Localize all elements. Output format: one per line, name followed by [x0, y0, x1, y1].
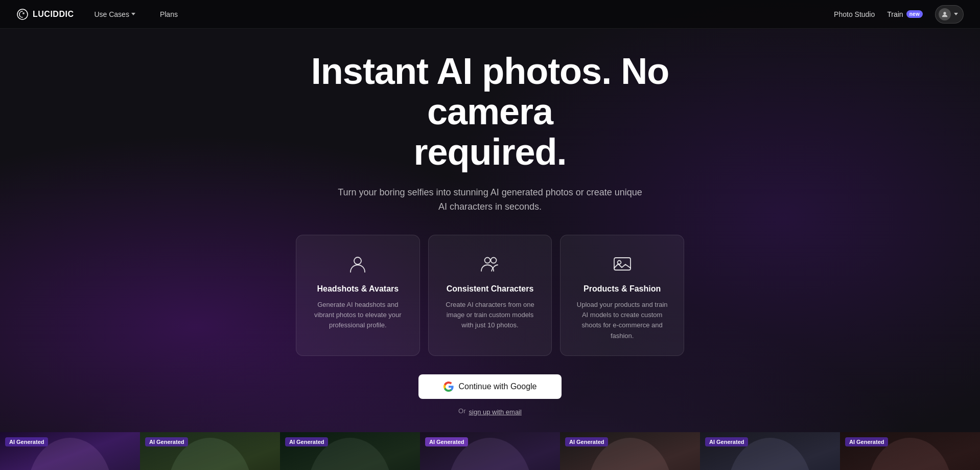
- google-signin-button[interactable]: Continue with Google: [418, 374, 562, 399]
- person-icon: [345, 252, 370, 276]
- svg-point-1: [22, 12, 25, 14]
- chevron-down-icon: [131, 13, 135, 15]
- avatar: [939, 8, 951, 20]
- train-label: Train: [887, 10, 903, 18]
- people-icon: [478, 252, 502, 276]
- user-menu-button[interactable]: [935, 5, 964, 24]
- gallery-item: AI Generated: [280, 432, 420, 470]
- gallery-badge: AI Generated: [425, 437, 468, 446]
- gallery-badge: AI Generated: [705, 437, 748, 446]
- logo-icon: [16, 8, 29, 20]
- hero-content: Instant AI photos. No camera required. T…: [286, 51, 694, 417]
- gallery-item: AI Generated: [700, 432, 840, 470]
- navbar: LUCIDDIC Use Cases Plans Photo Studio Tr…: [0, 0, 980, 29]
- new-badge: new: [906, 10, 923, 18]
- gallery-item: AI Generated: [0, 432, 140, 470]
- hero-title-line2: required.: [413, 131, 566, 172]
- hero-section: Instant AI photos. No camera required. T…: [0, 0, 980, 470]
- gallery-badge: AI Generated: [285, 437, 328, 446]
- gallery-item: AI Generated: [560, 432, 700, 470]
- card-characters[interactable]: Consistent Characters Create AI characte…: [428, 235, 552, 356]
- plans-label: Plans: [160, 10, 178, 18]
- svg-point-5: [491, 258, 497, 263]
- card-headshots[interactable]: Headshots & Avatars Generate AI headshot…: [296, 235, 420, 356]
- gallery-badge: AI Generated: [5, 437, 48, 446]
- logo-text: LUCIDDIC: [33, 10, 74, 19]
- plans-link[interactable]: Plans: [156, 7, 182, 21]
- svg-rect-6: [614, 258, 631, 270]
- or-text: Or: [458, 407, 465, 415]
- svg-point-0: [17, 9, 28, 19]
- card-headshots-desc: Generate AI headshots and vibrant photos…: [309, 300, 407, 330]
- gallery-badge: AI Generated: [845, 437, 888, 446]
- google-icon: [444, 382, 454, 392]
- logo[interactable]: LUCIDDIC: [16, 8, 74, 20]
- gallery-item: AI Generated: [420, 432, 560, 470]
- or-signup-row: Or sign up with email: [458, 407, 522, 417]
- nav-left: LUCIDDIC Use Cases Plans: [16, 7, 182, 21]
- use-cases-menu[interactable]: Use Cases: [90, 7, 139, 21]
- google-button-label: Continue with Google: [459, 382, 537, 391]
- gallery-badge: AI Generated: [145, 437, 188, 446]
- hero-title: Instant AI photos. No camera required.: [286, 51, 694, 173]
- nav-right: Photo Studio Train new: [834, 5, 964, 24]
- card-products-title: Products & Fashion: [584, 284, 661, 294]
- svg-point-4: [485, 258, 491, 263]
- gallery-badge: AI Generated: [565, 437, 608, 446]
- image-icon: [610, 252, 635, 276]
- hero-subtitle: Turn your boring selfies into stunning A…: [337, 185, 643, 215]
- card-headshots-title: Headshots & Avatars: [317, 284, 399, 294]
- gallery-item: AI Generated: [840, 432, 980, 470]
- chevron-down-icon: [954, 13, 958, 15]
- card-products[interactable]: Products & Fashion Upload your products …: [560, 235, 684, 356]
- train-button[interactable]: Train new: [887, 10, 923, 18]
- feature-cards: Headshots & Avatars Generate AI headshot…: [296, 235, 684, 356]
- gallery-row: AI Generated AI Generated AI Generated A…: [0, 432, 980, 470]
- svg-point-2: [943, 12, 946, 14]
- gallery-item: AI Generated: [140, 432, 280, 470]
- photo-studio-link[interactable]: Photo Studio: [834, 10, 875, 18]
- signup-email-link[interactable]: sign up with email: [469, 408, 522, 416]
- card-characters-title: Consistent Characters: [447, 284, 534, 294]
- svg-point-3: [354, 257, 361, 264]
- use-cases-label: Use Cases: [94, 10, 129, 18]
- card-characters-desc: Create AI characters from one image or t…: [441, 300, 540, 330]
- hero-title-line1: Instant AI photos. No camera: [311, 51, 669, 132]
- card-products-desc: Upload your products and train AI models…: [573, 300, 671, 341]
